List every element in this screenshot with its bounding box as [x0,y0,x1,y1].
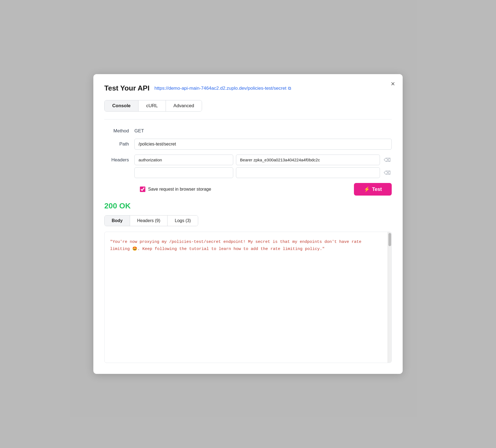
header-row-1: ⌫ [134,155,392,165]
tab-console[interactable]: Console [105,100,139,111]
response-text: "You're now proxying my /policies-test/s… [110,238,386,252]
save-checkbox[interactable] [140,187,145,192]
header-clear-btn-2[interactable]: ⌫ [383,169,392,177]
modal-title: Test Your API [104,84,149,92]
scrollbar[interactable] [388,232,391,363]
headers-row: Headers ⌫ ⌫ [104,155,392,178]
response-body: "You're now proxying my /policies-test/s… [104,232,392,363]
path-label: Path [104,139,134,147]
test-button-label: Test [372,187,382,192]
modal-url[interactable]: https://demo-api-main-7464ac2.d2.zuplo.d… [154,86,291,91]
save-text: Save request in browser storage [148,187,211,192]
header-key-1[interactable] [134,155,233,165]
tab-advanced[interactable]: Advanced [166,100,202,111]
header-value-1[interactable] [236,155,380,165]
path-row: Path [104,139,392,150]
url-text: https://demo-api-main-7464ac2.d2.zuplo.d… [154,86,286,91]
headers-group: ⌫ ⌫ [134,155,392,178]
header-row-2: ⌫ [134,167,392,178]
test-button[interactable]: ⚡ Test [354,183,392,196]
modal: Test Your API https://demo-api-main-7464… [93,74,403,374]
result-tab-logs[interactable]: Logs (3) [168,216,198,226]
tab-curl[interactable]: cURL [139,100,166,111]
path-input[interactable] [134,139,392,150]
header-clear-btn-1[interactable]: ⌫ [383,156,392,164]
header-key-2[interactable] [134,167,233,178]
method-row: Method GET [104,126,392,134]
result-tab-headers[interactable]: Headers (9) [130,216,168,226]
headers-label: Headers [104,155,134,163]
scrollbar-thumb [388,233,391,246]
method-label: Method [104,126,134,134]
method-value: GET [134,126,144,134]
modal-overlay: Test Your API https://demo-api-main-7464… [0,0,496,448]
modal-header: Test Your API https://demo-api-main-7464… [104,84,392,92]
copy-icon[interactable]: ⧉ [288,86,291,91]
result-tab-body[interactable]: Body [105,216,130,226]
divider [104,119,392,120]
result-tabs-group: Body Headers (9) Logs (3) [104,215,198,226]
header-value-2[interactable] [236,167,380,178]
save-label[interactable]: Save request in browser storage [140,187,211,192]
lightning-icon: ⚡ [364,186,370,192]
save-test-row: Save request in browser storage ⚡ Test [104,183,392,196]
status-line: 200 OK [104,202,392,210]
tabs-group: Console cURL Advanced [104,100,202,112]
close-button[interactable]: × [391,80,395,87]
